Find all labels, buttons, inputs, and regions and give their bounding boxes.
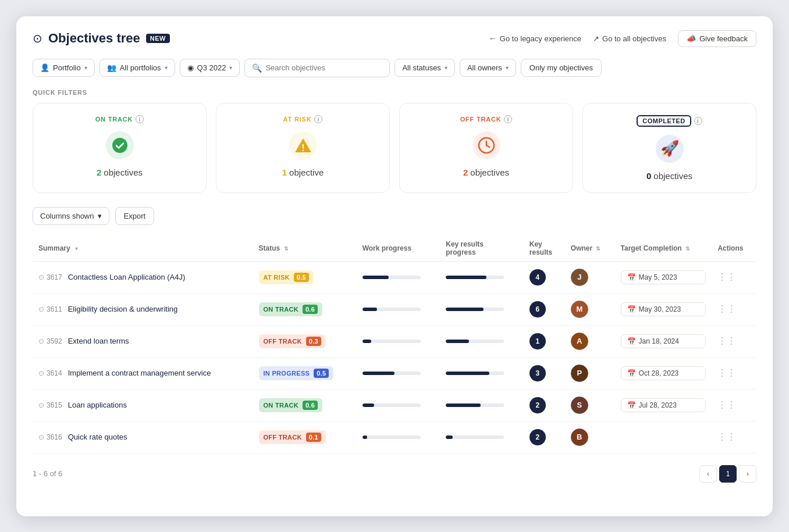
col-owner[interactable]: Owner ⇅: [565, 235, 615, 262]
cell-owner-3: P: [565, 357, 615, 389]
next-page-button[interactable]: ›: [739, 465, 756, 483]
header: ⊙ Objectives tree NEW ← Go to legacy exp…: [33, 30, 756, 47]
cell-key-results-2: 1: [524, 325, 565, 357]
all-owners-filter[interactable]: All owners ▾: [460, 59, 516, 77]
score-badge-0: 0.5: [294, 273, 309, 282]
legacy-experience-link[interactable]: ← Go to legacy experience: [489, 34, 581, 43]
col-status[interactable]: Status ⇅: [253, 235, 357, 262]
svg-text:!: !: [301, 143, 304, 153]
prev-page-button[interactable]: ‹: [699, 465, 717, 483]
cell-date-4: 📅Jul 28, 2023: [615, 389, 712, 421]
give-feedback-button[interactable]: 📣 Give feedback: [678, 30, 756, 47]
qf-card-off-track[interactable]: OFF TRACK i 2objectives: [399, 103, 573, 193]
work-progress-bar-4: [362, 404, 421, 407]
objectives-table: Summary ▼ Status ⇅ Work progress Key res…: [33, 235, 756, 454]
arrow-left-icon: ←: [489, 34, 497, 43]
cell-status-0: AT RISK0.5: [253, 261, 357, 293]
completed-count: 0objectives: [646, 171, 692, 181]
qf-card-completed[interactable]: COMPLETED i 🚀 0objectives: [582, 103, 756, 193]
all-owners-label: All owners: [467, 63, 502, 72]
status-badge-3: IN PROGRESS0.5: [259, 366, 334, 380]
cell-summary-4: ⊙ 3615 Loan applications: [33, 389, 253, 421]
cell-date-0: 📅May 5, 2023: [615, 261, 712, 293]
cell-work-progress-0: [357, 261, 440, 293]
only-my-label: Only my objectives: [529, 63, 593, 72]
cell-actions-0: ⋮⋮: [712, 261, 756, 293]
cell-kr-progress-4: [440, 389, 524, 421]
obj-title-4[interactable]: Loan applications: [68, 401, 127, 409]
obj-title-2[interactable]: Extend loan terms: [68, 337, 129, 345]
obj-title-1[interactable]: Eligibility decision & underwriting: [68, 305, 178, 313]
cell-date-2: 📅Jan 18, 2024: [615, 325, 712, 357]
at-risk-label: AT RISK: [283, 116, 312, 123]
col-summary[interactable]: Summary ▼: [33, 235, 253, 262]
cell-work-progress-4: [357, 389, 440, 421]
avatar-inner-5: B: [571, 429, 588, 446]
kr-badge-1: 6: [529, 301, 546, 317]
avatar-1: M: [571, 301, 588, 318]
cell-key-results-4: 2: [524, 389, 565, 421]
group-icon: 👥: [107, 63, 116, 72]
portfolio-filter[interactable]: 👤 Portfolio ▾: [33, 59, 95, 77]
action-icon-4[interactable]: ⋮⋮: [717, 400, 736, 410]
cell-owner-0: J: [565, 261, 615, 293]
obj-title-0[interactable]: Contactless Loan Application (A4J): [68, 273, 186, 281]
header-actions: ← Go to legacy experience ↗ Go to all ob…: [489, 30, 756, 47]
info-icon-on-track[interactable]: i: [136, 115, 144, 123]
table-row: ⊙ 3614 Implement a contract management s…: [33, 357, 756, 389]
calendar-icon: 📅: [627, 305, 636, 313]
only-my-objectives-button[interactable]: Only my objectives: [521, 59, 602, 77]
qf-card-at-risk[interactable]: AT RISK i ! 1objective: [216, 103, 390, 193]
page-1-button[interactable]: 1: [719, 465, 737, 483]
action-icon-5[interactable]: ⋮⋮: [717, 432, 736, 442]
off-track-count: 2objectives: [463, 167, 509, 177]
work-progress-bar-5: [362, 435, 421, 439]
new-badge: NEW: [146, 34, 170, 43]
col-target-completion[interactable]: Target Completion ⇅: [615, 235, 712, 262]
columns-shown-button[interactable]: Columns shown ▾: [33, 207, 109, 225]
all-portfolios-filter[interactable]: 👥 All portfolios ▾: [99, 59, 175, 77]
obj-title-3[interactable]: Implement a contract management service: [68, 369, 211, 377]
cell-owner-5: B: [565, 421, 615, 453]
info-icon-at-risk[interactable]: i: [314, 115, 322, 123]
calendar-icon: 📅: [627, 401, 636, 409]
action-icon-1[interactable]: ⋮⋮: [717, 304, 736, 314]
info-icon-completed[interactable]: i: [694, 117, 702, 125]
search-input[interactable]: [265, 63, 382, 72]
warning-triangle-icon: !: [294, 136, 312, 155]
avatar-inner-4: S: [571, 397, 588, 414]
quarter-label: Q3 2022: [197, 63, 226, 72]
pagination-row: 1 - 6 of 6 ‹ 1 ›: [33, 465, 756, 483]
info-icon-off-track[interactable]: i: [504, 115, 512, 123]
work-progress-fill-4: [362, 404, 374, 407]
kr-progress-fill-4: [446, 404, 481, 407]
obj-title-5[interactable]: Quick rate quotes: [68, 433, 127, 441]
table-body: ⊙ 3617 Contactless Loan Application (A4J…: [33, 261, 756, 453]
columns-shown-label: Columns shown: [40, 212, 94, 220]
kr-progress-bar-4: [446, 404, 504, 407]
all-statuses-label: All statuses: [402, 63, 440, 72]
status-badge-0: AT RISK0.5: [259, 270, 314, 284]
action-icon-3[interactable]: ⋮⋮: [717, 368, 736, 378]
kr-progress-fill-5: [446, 435, 453, 439]
quick-filters-cards: ON TRACK i 2objectives AT RISK i: [33, 103, 756, 193]
all-statuses-filter[interactable]: All statuses ▾: [394, 59, 454, 77]
filters-bar: 👤 Portfolio ▾ 👥 All portfolios ▾ ◉ Q3 20…: [33, 59, 756, 77]
action-icon-2[interactable]: ⋮⋮: [717, 336, 736, 346]
table-row: ⊙ 3611 Eligibility decision & underwriti…: [33, 293, 756, 325]
all-objectives-link[interactable]: ↗ Go to all objectives: [593, 34, 666, 43]
target-small-icon: ⊙: [38, 273, 44, 281]
export-button[interactable]: Export: [115, 207, 155, 225]
work-progress-fill-2: [362, 340, 371, 343]
quarter-filter[interactable]: ◉ Q3 2022 ▾: [180, 59, 240, 77]
app-container: ⊙ Objectives tree NEW ← Go to legacy exp…: [16, 16, 773, 516]
action-icon-0[interactable]: ⋮⋮: [717, 272, 736, 282]
cell-summary-3: ⊙ 3614 Implement a contract management s…: [33, 357, 253, 389]
completed-icon-circle: 🚀: [656, 135, 684, 163]
cell-status-3: IN PROGRESS0.5: [253, 357, 357, 389]
header-left: ⊙ Objectives tree NEW: [33, 31, 170, 46]
cell-key-results-5: 2: [524, 421, 565, 453]
calendar-icon: 📅: [627, 369, 636, 377]
qf-card-on-track[interactable]: ON TRACK i 2objectives: [33, 103, 207, 193]
off-track-icon-circle: [472, 131, 500, 159]
